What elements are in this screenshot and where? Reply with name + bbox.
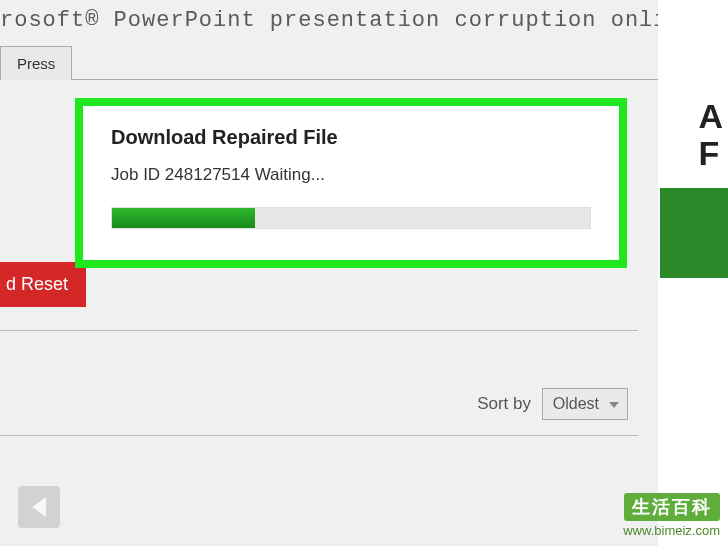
right-letter-2: F [698,135,723,172]
download-dialog: Download Repaired File Job ID 248127514 … [75,98,627,268]
right-panel-letters: A F [698,98,723,173]
watermark-url: www.bimeiz.com [623,523,720,538]
progress-fill [112,208,255,228]
dialog-status-text: Job ID 248127514 Waiting... [111,165,591,185]
sort-select[interactable]: Oldest [542,388,628,420]
tab-press[interactable]: Press [0,46,72,80]
right-letter-1: A [698,98,723,135]
sort-label: Sort by [477,394,531,413]
watermark: 生活百科 www.bimeiz.com [623,493,720,538]
watermark-brand: 生活百科 [624,493,720,521]
divider-1 [0,330,638,331]
sort-row: Sort by Oldest [477,388,628,420]
page-title: rosoft® PowerPoint presentation corrupti… [0,0,728,45]
dialog-title: Download Repaired File [111,126,591,149]
divider-2 [0,435,638,436]
tab-bar: Press [0,45,728,80]
reset-button[interactable]: d Reset [0,262,86,307]
prev-arrow-button[interactable] [18,486,60,528]
right-panel-green [660,188,728,278]
progress-bar [111,207,591,229]
sort-selected-value: Oldest [553,395,599,412]
